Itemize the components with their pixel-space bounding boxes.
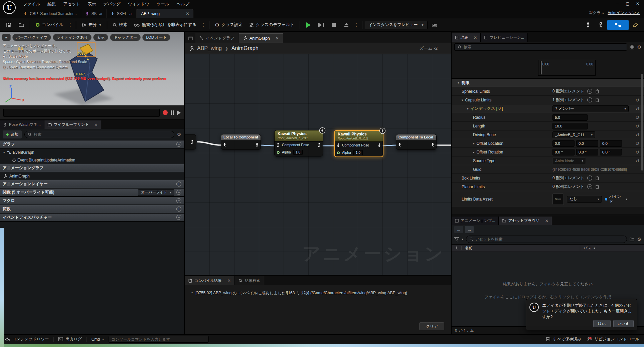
- settings-gear-icon[interactable]: ⚙: [177, 131, 181, 137]
- mesh-mode-icon[interactable]: [595, 20, 607, 30]
- parent-class-link[interactable]: Animインスタンス: [608, 11, 640, 15]
- limits-category-header[interactable]: ▾ 制限: [452, 78, 644, 87]
- details-search[interactable]: [454, 43, 627, 51]
- tab-animation-blueprint[interactable]: アニメーションブ...: [452, 217, 499, 225]
- pose-output-pin[interactable]: [255, 142, 259, 148]
- tab-find-results[interactable]: 結果検索: [235, 276, 264, 285]
- preview-instance-dropdown[interactable]: インスタンスをプレビュー ▼: [365, 21, 428, 29]
- animgraph-canvas[interactable]: Local To Component Kawaii Physics Root_A…: [185, 54, 451, 275]
- pose-input-pin[interactable]: [223, 142, 226, 148]
- record-button[interactable]: [163, 110, 168, 115]
- perspective-dropdown[interactable]: パースペクティブ: [12, 34, 51, 41]
- alpha-input-pin[interactable]: [337, 151, 340, 154]
- close-tab-icon[interactable]: ✕: [542, 219, 548, 223]
- offset-rotation-x-input[interactable]: [552, 149, 575, 155]
- alpha-curve-widget[interactable]: 0.00 0.00: [538, 60, 596, 76]
- details-settings-gear-icon[interactable]: ⚙: [637, 44, 641, 50]
- play-forward-button[interactable]: [177, 110, 181, 115]
- skeleton-mode-icon[interactable]: [582, 20, 594, 30]
- class-settings-button[interactable]: ⚙ クラス設定: [212, 20, 246, 30]
- clear-button[interactable]: クリア: [419, 322, 444, 330]
- radius-row[interactable]: Radius ↺: [452, 113, 644, 122]
- tab-list-icon[interactable]: [186, 34, 195, 43]
- save-button[interactable]: [3, 20, 15, 30]
- show-dropdown[interactable]: 表示: [93, 34, 108, 41]
- driving-bone-row[interactable]: Driving Bone _AmiceB_R_C11 ▾ ↺: [452, 130, 644, 139]
- no-button[interactable]: いいえ: [613, 320, 634, 327]
- kawaii-physics-node-left[interactable]: Kawaii Physics Root_AmiceB_L_C11 Compone…: [274, 130, 323, 156]
- asset-search-input[interactable]: [475, 237, 624, 241]
- add-element-button[interactable]: +: [587, 176, 592, 181]
- my-blueprint-search[interactable]: [24, 131, 174, 138]
- cmd-dropdown[interactable]: Cmd ▾: [90, 337, 105, 342]
- close-tab-icon[interactable]: ✕: [182, 11, 189, 16]
- tab-asset-browser[interactable]: アセットブラウザ ✕: [499, 217, 552, 225]
- pause-button[interactable]: [171, 110, 174, 115]
- add-variable-button[interactable]: +: [176, 207, 181, 212]
- forward-button[interactable]: →: [465, 226, 474, 233]
- add-element-button[interactable]: +: [587, 97, 592, 102]
- add-function-button[interactable]: +: [176, 190, 181, 195]
- maximize-button[interactable]: ▢: [623, 0, 633, 7]
- path-column-header[interactable]: パス ▲: [580, 246, 644, 251]
- add-graph-button[interactable]: +: [176, 142, 181, 147]
- tab-animgraph-doc[interactable]: AnimGraph ✕: [239, 33, 283, 43]
- add-button[interactable]: + 追加: [3, 130, 22, 138]
- hide-unrelated-options-button[interactable]: ⋮: [200, 22, 207, 27]
- details-scrollbar[interactable]: [641, 74, 643, 170]
- alpha-value-input[interactable]: 1.0: [353, 150, 363, 155]
- event-blueprint-update-animation-item[interactable]: Event BlueprintUpdateAnimation: [0, 156, 184, 164]
- compile-options-button[interactable]: ⋮: [67, 22, 73, 27]
- folder-view-icon[interactable]: [630, 237, 634, 241]
- close-button[interactable]: ✕: [633, 0, 643, 7]
- back-button[interactable]: ←: [454, 226, 463, 233]
- menu-file[interactable]: ファイル: [19, 0, 44, 8]
- close-tab-icon[interactable]: ✕: [470, 35, 477, 40]
- tab-eventgraph-doc[interactable]: イベントグラフ: [195, 33, 238, 43]
- menu-asset[interactable]: アセット: [59, 0, 84, 8]
- macros-section-header[interactable]: マクロ +: [0, 197, 184, 205]
- compile-button[interactable]: ⚙ コンパイル: [32, 20, 66, 30]
- character-dropdown[interactable]: キャラクター: [110, 34, 141, 41]
- breadcrumb-root[interactable]: ABP_wing: [197, 45, 222, 51]
- animation-graphs-section-header[interactable]: アニメーショングラフ: [0, 164, 184, 172]
- pose-output-pin[interactable]: [317, 143, 321, 148]
- trash-icon[interactable]: [595, 98, 599, 102]
- find-button[interactable]: 検索: [110, 20, 130, 30]
- tab-cbp-sandboxcharacter[interactable]: CBP_SandboxCharacter...: [19, 9, 81, 18]
- console-command-input[interactable]: [109, 336, 209, 343]
- close-tab-icon[interactable]: ✕: [91, 122, 98, 127]
- eventgraph-item[interactable]: ▾ EventGraph: [0, 148, 184, 156]
- frame-skip-button[interactable]: [315, 20, 327, 30]
- my-blueprint-search-input[interactable]: [34, 132, 171, 136]
- spherical-limits-row[interactable]: Spherical Limits 0 配列エレメント +: [452, 87, 644, 96]
- yes-button[interactable]: はい: [593, 320, 611, 327]
- pose-output-pin[interactable]: [377, 143, 381, 148]
- offset-location-z-input[interactable]: [600, 140, 622, 147]
- grid-view-icon[interactable]: [630, 45, 634, 49]
- blueprint-mode-button[interactable]: [607, 20, 629, 30]
- source-type-row[interactable]: Source Type Anim Node ▾ ↺: [452, 156, 644, 165]
- hide-unrelated-button[interactable]: 無関係な項目を非表示にする: [131, 20, 199, 30]
- graphs-section-header[interactable]: グラフ +: [0, 140, 184, 148]
- override-dropdown[interactable]: オーバーライド ▾: [138, 189, 174, 196]
- play-button[interactable]: [302, 20, 314, 30]
- box-limits-row[interactable]: Box Limits 0 配列エレメント +: [452, 174, 644, 183]
- debug-object-icon[interactable]: [428, 20, 440, 30]
- filter-chevron-icon[interactable]: ▾: [462, 238, 463, 241]
- browse-to-asset-button[interactable]: [15, 20, 27, 30]
- diff-button[interactable]: 差分 ▼: [78, 20, 105, 30]
- menu-help[interactable]: ヘルプ: [173, 0, 193, 8]
- add-element-button[interactable]: +: [587, 89, 592, 94]
- add-element-button[interactable]: +: [587, 184, 592, 189]
- content-drawer-button[interactable]: コンテンツドロワー: [3, 336, 50, 342]
- tab-skel-ai[interactable]: SKEL_ai: [107, 9, 137, 18]
- animation-layers-section-header[interactable]: アニメーションレイヤー +: [0, 180, 184, 188]
- menu-debug[interactable]: デバッグ: [100, 0, 124, 8]
- stop-button[interactable]: [328, 20, 340, 30]
- tab-preview-scene[interactable]: プレビューシーン...: [481, 33, 528, 42]
- offscreen-node-edge[interactable]: [185, 134, 196, 149]
- filter-funnel-icon[interactable]: [454, 237, 459, 242]
- tab-abp-wing[interactable]: ABP_wing ✕: [137, 9, 193, 18]
- details-search-input[interactable]: [464, 45, 624, 49]
